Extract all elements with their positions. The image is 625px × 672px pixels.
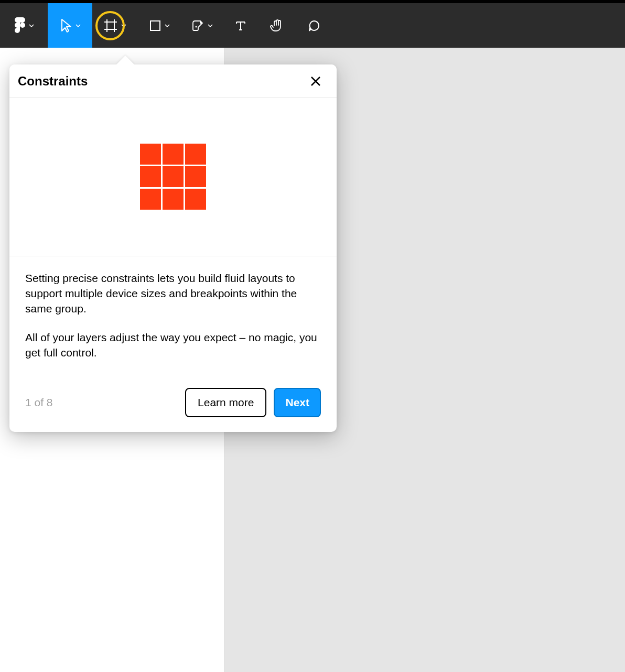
- frame-tool-button[interactable]: [92, 3, 137, 48]
- figma-logo-icon: [14, 17, 26, 34]
- rectangle-icon: [149, 19, 161, 32]
- svg-rect-5: [150, 21, 160, 30]
- learn-more-button[interactable]: Learn more: [185, 388, 266, 417]
- cursor-icon: [60, 18, 72, 33]
- next-button[interactable]: Next: [274, 388, 321, 417]
- modal-title: Constraints: [18, 74, 88, 89]
- chevron-down-icon: [76, 24, 81, 27]
- text-tool-button[interactable]: [222, 3, 259, 48]
- modal-description-1: Setting precise constraints lets you bui…: [25, 271, 321, 317]
- chevron-down-icon: [165, 24, 170, 27]
- figma-menu-button[interactable]: [0, 3, 48, 48]
- svg-point-0: [20, 23, 25, 28]
- constraints-grid-illustration: [140, 144, 206, 210]
- pen-icon: [191, 19, 204, 32]
- close-button[interactable]: [309, 75, 322, 88]
- hand-icon: [270, 18, 285, 33]
- modal-description-2: All of your layers adjust the way you ex…: [25, 330, 321, 361]
- hand-tool-button[interactable]: [259, 3, 296, 48]
- text-icon: [234, 19, 247, 32]
- chevron-down-icon: [208, 24, 213, 27]
- comment-icon: [307, 19, 321, 32]
- pen-tool-button[interactable]: [181, 3, 222, 48]
- modal-body: Setting precise constraints lets you bui…: [9, 256, 337, 388]
- modal-footer: 1 of 8 Learn more Next: [9, 388, 337, 432]
- svg-point-6: [196, 26, 197, 27]
- move-tool-button[interactable]: [48, 3, 92, 48]
- comment-tool-button[interactable]: [296, 3, 332, 48]
- close-icon: [309, 75, 322, 88]
- step-indicator: 1 of 8: [25, 396, 53, 409]
- shape-tool-button[interactable]: [137, 3, 181, 48]
- tutorial-highlight-ring: [95, 11, 125, 40]
- footer-buttons: Learn more Next: [185, 388, 321, 417]
- modal-header: Constraints: [9, 64, 337, 97]
- tutorial-modal: Constraints Setting precise constraints …: [9, 64, 337, 432]
- chevron-down-icon: [29, 24, 34, 27]
- main-toolbar: [0, 3, 625, 48]
- modal-illustration: [9, 97, 337, 256]
